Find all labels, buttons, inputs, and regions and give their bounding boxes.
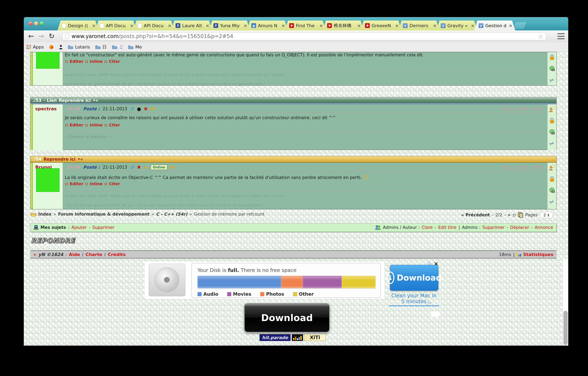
tab-close-icon[interactable]: × <box>471 23 475 28</box>
tab-close-icon[interactable]: × <box>395 23 399 28</box>
address-bar[interactable]: www.yaronet.com /posts.php?sl=&h=54&s=15… <box>63 32 546 40</box>
inline-link[interactable]: Inline <box>90 123 103 127</box>
star-icon[interactable]: ★ <box>144 165 148 170</box>
reload-button[interactable]: ↻ <box>49 32 54 40</box>
bookmark-folder-music[interactable]: ♫ <box>112 44 123 50</box>
cite-link[interactable]: Citer <box>109 181 120 186</box>
inline-link[interactable]: Inline <box>90 181 103 186</box>
private-message-icon[interactable] <box>549 165 555 171</box>
next-page-link[interactable]: » <box>508 213 511 217</box>
cite-link[interactable]: Citer <box>109 123 120 127</box>
remove-topic-link[interactable]: Supprimer <box>92 225 114 230</box>
statistics-link[interactable]: Statistiques <box>523 252 553 257</box>
private-message-icon[interactable] <box>549 106 555 113</box>
tab-close-icon[interactable]: × <box>130 23 134 28</box>
new-tab-button[interactable] <box>513 22 527 29</box>
tab-youtube-1[interactable]: Find The× <box>285 21 326 31</box>
permalink-icon[interactable] <box>549 65 555 72</box>
lock-icon[interactable] <box>549 117 555 124</box>
anchor-marks[interactable]: •« <box>93 98 98 103</box>
tab-close-icon[interactable]: × <box>206 23 209 28</box>
help-link[interactable]: Aide <box>69 252 80 257</box>
tab-google[interactable]: gAmuro N× <box>247 21 288 31</box>
tab-facebook-1[interactable]: fLaure Alt× <box>171 21 212 31</box>
scrollbar-thumb[interactable] <box>563 311 568 345</box>
adchoices-icon[interactable]: ▷ <box>428 300 431 305</box>
close-window-button[interactable] <box>29 21 33 25</box>
tab-api-doc-1[interactable]: API Docu× <box>95 21 136 31</box>
tab-yaronet-active[interactable]: yGestion d× <box>474 21 515 31</box>
delete-icon[interactable]: ✖ <box>137 165 141 170</box>
scrollbar-track[interactable] <box>563 259 568 346</box>
disk-ad[interactable]: Your Disk is full. There is no free spac… <box>145 262 384 299</box>
tab-close-icon[interactable]: × <box>357 23 361 28</box>
cleaner-download-button[interactable]: ↓ Download <box>390 265 438 291</box>
tab-yaronet-2[interactable]: yGravity «× <box>436 21 477 31</box>
report-hand-icon[interactable]: ☛ <box>170 164 175 170</box>
tab-close-icon[interactable]: × <box>168 23 172 28</box>
inline-link[interactable]: Inline <box>90 59 103 64</box>
breadcrumb-category-link[interactable]: C - C++ (54r) <box>156 212 187 217</box>
close-topic-link[interactable]: Clore <box>422 225 433 230</box>
edit-link[interactable]: Editer <box>70 59 83 64</box>
resume-here-link[interactable]: Reprendre ici <box>44 157 76 162</box>
bomb-icon[interactable]: ● <box>137 106 141 112</box>
edit-link[interactable]: Editer <box>70 123 83 127</box>
breadcrumb-index-link[interactable]: Index <box>38 212 52 217</box>
report-hand-icon[interactable]: ☛ <box>151 106 155 112</box>
bookmark-folder-me[interactable]: Me <box>128 44 142 50</box>
big-download-button[interactable]: Download <box>244 303 329 332</box>
username[interactable]: spectras <box>35 106 57 111</box>
bookmark-folder-lotaris[interactable]: Lotaris <box>68 44 90 50</box>
tab-close-icon[interactable]: × <box>319 23 323 28</box>
tab-design[interactable]: Design ((× <box>57 21 98 31</box>
tab-close-icon[interactable]: × <box>509 23 512 28</box>
scissors-icon[interactable]: ✂ <box>548 76 555 84</box>
lock-icon[interactable] <box>549 176 555 182</box>
apps-shortcut[interactable]: Apps <box>27 44 44 50</box>
tab-close-icon[interactable]: × <box>244 23 247 28</box>
previous-page-link[interactable]: « Précédent <box>461 213 490 217</box>
minimize-window-button[interactable] <box>34 21 38 25</box>
tab-youtube-3[interactable]: GreeeeN× <box>360 21 402 31</box>
edit-title-link[interactable]: Edit titre <box>438 225 457 230</box>
tab-facebook-2[interactable]: fYuna Miy× <box>209 21 250 31</box>
xiti-badge[interactable]: XiTi <box>304 334 326 341</box>
tab-close-icon[interactable]: × <box>433 23 437 28</box>
bookmark-person[interactable] <box>59 45 63 50</box>
zoom-window-button[interactable] <box>40 21 44 25</box>
anchor-marks[interactable]: :: <box>512 213 516 217</box>
credits-link[interactable]: Crédits <box>108 252 126 257</box>
tab-youtube-2[interactable]: 椎名林檎× <box>323 21 364 31</box>
back-button[interactable]: ← <box>28 32 34 40</box>
bookmark-folder-jp[interactable]: 日 <box>95 44 107 50</box>
announce-topic-link[interactable]: Annonce <box>534 225 553 230</box>
tab-api-doc-2[interactable]: API Docu× <box>133 21 174 31</box>
delete-icon[interactable]: ✖ <box>144 106 148 112</box>
tab-yaronet-1[interactable]: yDerniers× <box>398 21 439 31</box>
bookmark-firefox[interactable] <box>49 45 54 50</box>
chrome-menu-icon[interactable] <box>557 33 565 39</box>
lock-icon[interactable] <box>549 54 555 60</box>
cite-link[interactable]: Citer <box>109 59 120 64</box>
anchor-marks[interactable]: •« <box>77 157 83 162</box>
move-topic-link[interactable]: Déplacer <box>510 225 529 230</box>
hitparade-badge[interactable]: hit.parade <box>260 334 291 341</box>
edit-link[interactable]: Editer <box>70 181 83 186</box>
resume-here-link[interactable]: Reprendre ici <box>59 98 91 103</box>
tab-close-icon[interactable]: × <box>282 23 285 28</box>
scissors-icon[interactable]: ✂ <box>548 139 555 148</box>
page-number-stepper[interactable]: 2 ▲▼ <box>540 212 553 218</box>
breadcrumb-forum-link[interactable]: Forum informatique & développement <box>58 212 149 217</box>
bookmark-star-icon[interactable]: ☆ <box>538 33 544 40</box>
permalink-icon[interactable] <box>549 129 555 135</box>
add-topic-link[interactable]: Ajouter <box>71 225 87 230</box>
permalink-icon[interactable] <box>549 187 555 193</box>
reply-button[interactable]: REPONDRE <box>31 237 75 245</box>
stepper-arrows-icon[interactable]: ▲▼ <box>548 213 549 217</box>
charter-link[interactable]: Charte <box>86 252 102 257</box>
scissors-icon[interactable]: ✂ <box>548 198 555 206</box>
delete-topic-link[interactable]: Supprimer <box>482 225 505 230</box>
equalizer-badge[interactable] <box>292 334 303 341</box>
tab-close-icon[interactable]: × <box>92 23 96 28</box>
